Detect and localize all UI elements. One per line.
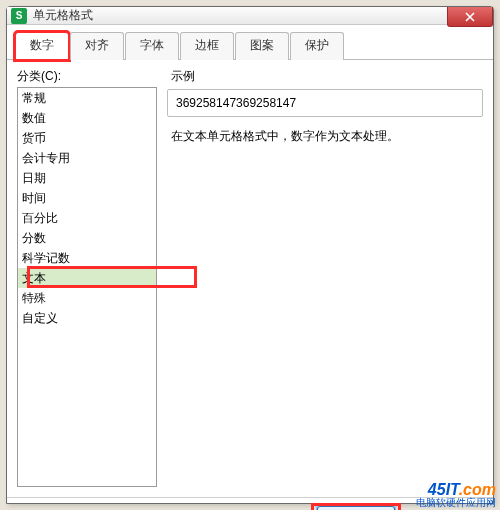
format-cells-dialog: S 单元格格式 数字 对齐 字体 边框 图案 保护 分类(C): 常规数值货币会… — [6, 6, 494, 504]
category-listbox[interactable]: 常规数值货币会计专用日期时间百分比分数科学记数文本特殊自定义 — [17, 87, 157, 487]
ok-button[interactable]: 确定 — [317, 506, 395, 510]
category-label: 分类(C): — [17, 68, 157, 85]
list-item[interactable]: 自定义 — [18, 308, 156, 328]
list-item[interactable]: 特殊 — [18, 288, 156, 308]
tab-font[interactable]: 字体 — [125, 32, 179, 60]
detail-pane: 示例 369258147369258147 在文本单元格格式中，数字作为文本处理… — [167, 68, 483, 487]
list-item[interactable]: 文本 — [18, 268, 156, 288]
list-item[interactable]: 数值 — [18, 108, 156, 128]
example-value: 369258147369258147 — [176, 96, 296, 110]
category-pane: 分类(C): 常规数值货币会计专用日期时间百分比分数科学记数文本特殊自定义 — [17, 68, 157, 487]
list-item[interactable]: 会计专用 — [18, 148, 156, 168]
app-icon: S — [11, 8, 27, 24]
tab-align[interactable]: 对齐 — [70, 32, 124, 60]
window-title: 单元格格式 — [33, 7, 93, 24]
titlebar[interactable]: S 单元格格式 — [7, 7, 493, 25]
close-button[interactable] — [447, 7, 493, 27]
tab-number[interactable]: 数字 — [15, 32, 69, 60]
close-icon — [465, 12, 475, 22]
tab-content: 分类(C): 常规数值货币会计专用日期时间百分比分数科学记数文本特殊自定义 示例… — [7, 60, 493, 497]
list-item[interactable]: 分数 — [18, 228, 156, 248]
format-description: 在文本单元格格式中，数字作为文本处理。 — [167, 127, 483, 145]
list-item[interactable]: 科学记数 — [18, 248, 156, 268]
example-box: 369258147369258147 — [167, 89, 483, 117]
list-item[interactable]: 时间 — [18, 188, 156, 208]
example-label: 示例 — [171, 68, 483, 85]
list-item[interactable]: 日期 — [18, 168, 156, 188]
tab-bar: 数字 对齐 字体 边框 图案 保护 — [7, 25, 493, 60]
list-item[interactable]: 常规 — [18, 88, 156, 108]
list-item[interactable]: 货币 — [18, 128, 156, 148]
list-item[interactable]: 百分比 — [18, 208, 156, 228]
tab-border[interactable]: 边框 — [180, 32, 234, 60]
tab-pattern[interactable]: 图案 — [235, 32, 289, 60]
button-bar: 确定 取消 — [7, 497, 493, 510]
tab-protect[interactable]: 保护 — [290, 32, 344, 60]
